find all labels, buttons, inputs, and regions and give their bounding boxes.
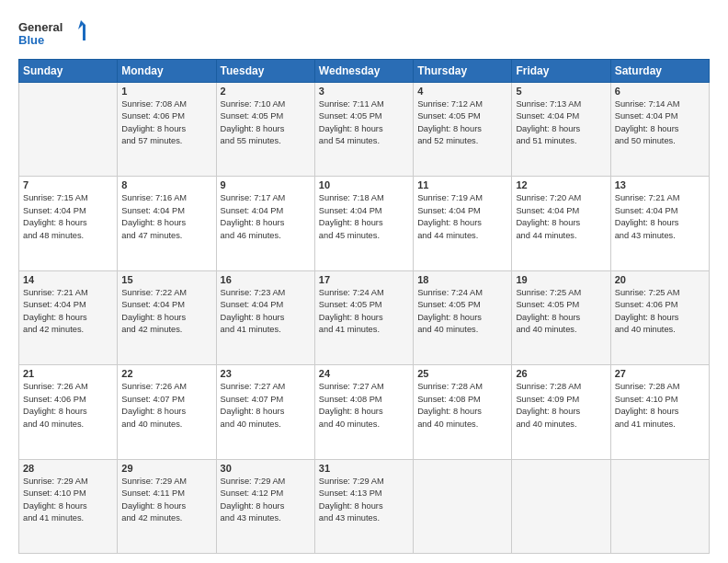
day-cell: 13Sunrise: 7:21 AMSunset: 4:04 PMDayligh… bbox=[610, 177, 709, 270]
day-cell: 29Sunrise: 7:29 AMSunset: 4:11 PMDayligh… bbox=[118, 459, 216, 553]
day-number: 7 bbox=[23, 179, 113, 190]
day-info: Sunrise: 7:27 AMSunset: 4:08 PMDaylight:… bbox=[319, 381, 409, 431]
weekday-header-tuesday: Tuesday bbox=[216, 60, 314, 83]
day-cell: 5Sunrise: 7:13 AMSunset: 4:04 PMDaylight… bbox=[512, 83, 610, 177]
day-info: Sunrise: 7:15 AMSunset: 4:04 PMDaylight:… bbox=[23, 192, 113, 242]
day-number: 11 bbox=[417, 179, 507, 190]
day-number: 4 bbox=[417, 86, 507, 97]
day-number: 8 bbox=[121, 179, 211, 190]
day-info: Sunrise: 7:12 AMSunset: 4:05 PMDaylight:… bbox=[417, 98, 507, 148]
day-cell: 7Sunrise: 7:15 AMSunset: 4:04 PMDaylight… bbox=[19, 177, 118, 270]
day-cell: 12Sunrise: 7:20 AMSunset: 4:04 PMDayligh… bbox=[512, 177, 610, 270]
day-number: 5 bbox=[516, 86, 606, 97]
day-info: Sunrise: 7:28 AMSunset: 4:09 PMDaylight:… bbox=[516, 381, 606, 431]
day-cell: 3Sunrise: 7:11 AMSunset: 4:05 PMDaylight… bbox=[314, 83, 413, 177]
day-info: Sunrise: 7:25 AMSunset: 4:06 PMDaylight:… bbox=[615, 287, 705, 337]
day-info: Sunrise: 7:08 AMSunset: 4:06 PMDaylight:… bbox=[121, 98, 211, 148]
day-number: 2 bbox=[221, 86, 311, 97]
day-info: Sunrise: 7:13 AMSunset: 4:04 PMDaylight:… bbox=[516, 98, 606, 148]
day-info: Sunrise: 7:21 AMSunset: 4:04 PMDaylight:… bbox=[615, 192, 705, 242]
header: General Blue bbox=[18, 17, 710, 52]
day-cell: 18Sunrise: 7:24 AMSunset: 4:05 PMDayligh… bbox=[414, 270, 512, 364]
day-number: 10 bbox=[319, 179, 409, 190]
weekday-header-wednesday: Wednesday bbox=[314, 60, 413, 83]
day-cell: 31Sunrise: 7:29 AMSunset: 4:13 PMDayligh… bbox=[314, 459, 413, 553]
day-info: Sunrise: 7:21 AMSunset: 4:04 PMDaylight:… bbox=[23, 287, 113, 337]
day-info: Sunrise: 7:26 AMSunset: 4:06 PMDaylight:… bbox=[23, 381, 113, 431]
day-number: 21 bbox=[23, 368, 113, 379]
day-number: 16 bbox=[221, 274, 311, 285]
day-number: 15 bbox=[121, 274, 211, 285]
day-number: 22 bbox=[121, 368, 211, 379]
day-cell: 27Sunrise: 7:28 AMSunset: 4:10 PMDayligh… bbox=[610, 365, 709, 459]
day-number: 31 bbox=[319, 463, 409, 474]
day-info: Sunrise: 7:29 AMSunset: 4:10 PMDaylight:… bbox=[23, 476, 113, 525]
day-info: Sunrise: 7:11 AMSunset: 4:05 PMDaylight:… bbox=[319, 98, 409, 148]
day-cell: 22Sunrise: 7:26 AMSunset: 4:07 PMDayligh… bbox=[118, 365, 216, 459]
day-info: Sunrise: 7:20 AMSunset: 4:04 PMDaylight:… bbox=[516, 192, 606, 242]
svg-text:General: General bbox=[18, 20, 63, 34]
day-cell: 26Sunrise: 7:28 AMSunset: 4:09 PMDayligh… bbox=[512, 365, 610, 459]
day-number: 13 bbox=[615, 179, 705, 190]
day-cell: 25Sunrise: 7:28 AMSunset: 4:08 PMDayligh… bbox=[414, 365, 512, 459]
day-cell: 10Sunrise: 7:18 AMSunset: 4:04 PMDayligh… bbox=[314, 177, 413, 270]
day-cell bbox=[19, 83, 118, 177]
day-info: Sunrise: 7:24 AMSunset: 4:05 PMDaylight:… bbox=[319, 287, 409, 337]
day-cell: 8Sunrise: 7:16 AMSunset: 4:04 PMDaylight… bbox=[118, 177, 216, 270]
day-cell: 24Sunrise: 7:27 AMSunset: 4:08 PMDayligh… bbox=[314, 365, 413, 459]
day-number: 6 bbox=[615, 86, 705, 97]
day-number: 18 bbox=[417, 274, 507, 285]
day-cell: 9Sunrise: 7:17 AMSunset: 4:04 PMDaylight… bbox=[216, 177, 314, 270]
day-cell: 28Sunrise: 7:29 AMSunset: 4:10 PMDayligh… bbox=[19, 459, 118, 553]
week-row-4: 21Sunrise: 7:26 AMSunset: 4:06 PMDayligh… bbox=[19, 365, 710, 459]
day-info: Sunrise: 7:29 AMSunset: 4:12 PMDaylight:… bbox=[221, 476, 311, 525]
day-cell: 1Sunrise: 7:08 AMSunset: 4:06 PMDaylight… bbox=[118, 83, 216, 177]
day-cell: 23Sunrise: 7:27 AMSunset: 4:07 PMDayligh… bbox=[216, 365, 314, 459]
day-number: 3 bbox=[319, 86, 409, 97]
weekday-header-sunday: Sunday bbox=[19, 60, 118, 83]
day-cell: 17Sunrise: 7:24 AMSunset: 4:05 PMDayligh… bbox=[314, 270, 413, 364]
day-info: Sunrise: 7:17 AMSunset: 4:04 PMDaylight:… bbox=[221, 192, 311, 242]
day-number: 26 bbox=[516, 368, 606, 379]
day-info: Sunrise: 7:28 AMSunset: 4:08 PMDaylight:… bbox=[417, 381, 507, 431]
day-info: Sunrise: 7:10 AMSunset: 4:05 PMDaylight:… bbox=[221, 98, 311, 148]
day-number: 23 bbox=[221, 368, 311, 379]
day-number: 14 bbox=[23, 274, 113, 285]
day-number: 28 bbox=[23, 463, 113, 474]
day-cell: 19Sunrise: 7:25 AMSunset: 4:05 PMDayligh… bbox=[512, 270, 610, 364]
day-info: Sunrise: 7:25 AMSunset: 4:05 PMDaylight:… bbox=[516, 287, 606, 337]
weekday-header-saturday: Saturday bbox=[610, 60, 709, 83]
day-number: 30 bbox=[221, 463, 311, 474]
day-info: Sunrise: 7:18 AMSunset: 4:04 PMDaylight:… bbox=[319, 192, 409, 242]
weekday-header-monday: Monday bbox=[118, 60, 216, 83]
svg-text:Blue: Blue bbox=[18, 33, 44, 47]
day-number: 9 bbox=[221, 179, 311, 190]
day-number: 24 bbox=[319, 368, 409, 379]
day-cell: 21Sunrise: 7:26 AMSunset: 4:06 PMDayligh… bbox=[19, 365, 118, 459]
day-number: 17 bbox=[319, 274, 409, 285]
day-number: 1 bbox=[121, 86, 211, 97]
calendar-page: General Blue SundayMondayTuesdayWednesda… bbox=[0, 0, 728, 563]
day-number: 29 bbox=[121, 463, 211, 474]
day-info: Sunrise: 7:19 AMSunset: 4:04 PMDaylight:… bbox=[417, 192, 507, 242]
day-cell: 14Sunrise: 7:21 AMSunset: 4:04 PMDayligh… bbox=[19, 270, 118, 364]
week-row-1: 1Sunrise: 7:08 AMSunset: 4:06 PMDaylight… bbox=[19, 83, 710, 177]
day-info: Sunrise: 7:27 AMSunset: 4:07 PMDaylight:… bbox=[221, 381, 311, 431]
day-number: 27 bbox=[615, 368, 705, 379]
calendar-body: 1Sunrise: 7:08 AMSunset: 4:06 PMDaylight… bbox=[19, 83, 710, 554]
weekday-header-row: SundayMondayTuesdayWednesdayThursdayFrid… bbox=[19, 60, 710, 83]
day-cell: 15Sunrise: 7:22 AMSunset: 4:04 PMDayligh… bbox=[118, 270, 216, 364]
day-cell: 2Sunrise: 7:10 AMSunset: 4:05 PMDaylight… bbox=[216, 83, 314, 177]
day-cell bbox=[610, 459, 709, 553]
day-number: 20 bbox=[615, 274, 705, 285]
day-cell: 6Sunrise: 7:14 AMSunset: 4:04 PMDaylight… bbox=[610, 83, 709, 177]
day-cell bbox=[512, 459, 610, 553]
svg-marker-2 bbox=[78, 20, 90, 40]
day-info: Sunrise: 7:29 AMSunset: 4:11 PMDaylight:… bbox=[121, 476, 211, 525]
day-cell bbox=[414, 459, 512, 553]
day-cell: 4Sunrise: 7:12 AMSunset: 4:05 PMDaylight… bbox=[414, 83, 512, 177]
weekday-header-thursday: Thursday bbox=[414, 60, 512, 83]
day-info: Sunrise: 7:24 AMSunset: 4:05 PMDaylight:… bbox=[417, 287, 507, 337]
day-info: Sunrise: 7:28 AMSunset: 4:10 PMDaylight:… bbox=[615, 381, 705, 431]
day-cell: 30Sunrise: 7:29 AMSunset: 4:12 PMDayligh… bbox=[216, 459, 314, 553]
